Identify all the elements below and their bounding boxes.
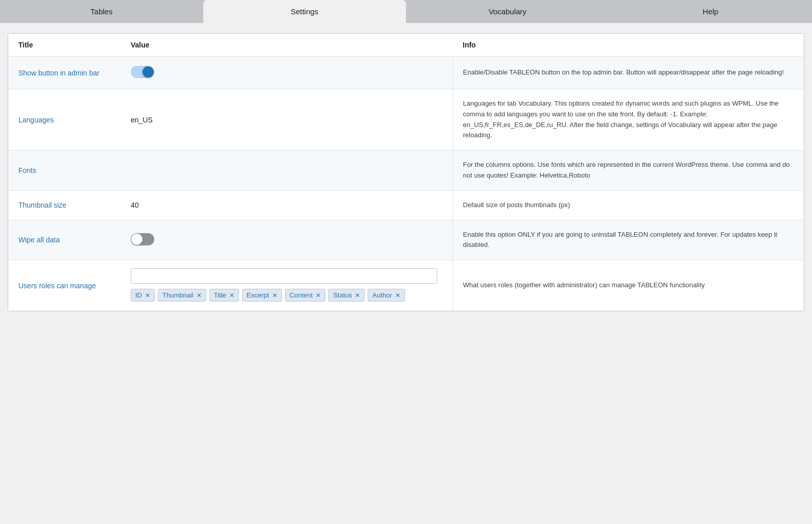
row-wipe-all-data: Wipe all data Enable this option ONLY if…: [8, 220, 804, 260]
col-header-value: Value: [121, 34, 452, 57]
row-info-languages: Languages for tab Vocabulary. This optio…: [463, 99, 779, 139]
tab-settings[interactable]: Settings: [203, 0, 407, 23]
tag-close-content[interactable]: ✕: [316, 292, 321, 298]
tag-label-title: Title: [214, 291, 226, 299]
row-title-fonts: Fonts: [18, 166, 36, 174]
tag-content: Content✕: [285, 289, 326, 302]
row-show-button: Show button in admin bar Enable/Disable …: [8, 57, 804, 89]
row-languages: Languages en_US Languages for tab Vocabu…: [8, 89, 804, 151]
thumbnail-size-value: 40: [131, 201, 139, 209]
row-info-fonts: For the columns options. Use fonts which…: [463, 161, 790, 179]
tag-label-id: ID: [135, 291, 142, 299]
tag-title: Title✕: [209, 289, 239, 302]
toggle-thumb-show-button: [142, 66, 154, 78]
tag-label-excerpt: Excerpt: [247, 291, 269, 299]
row-info-wipe-all-data: Enable this option ONLY if you are going…: [463, 231, 777, 249]
users-roles-input[interactable]: [131, 268, 437, 284]
col-header-info: Info: [452, 34, 804, 57]
tag-label-author: Author: [372, 291, 392, 299]
tag-excerpt: Excerpt✕: [242, 289, 282, 302]
toggle-show-button[interactable]: [131, 66, 154, 78]
row-title-languages: Languages: [18, 116, 54, 124]
tags-container: ID✕Thumbnail✕Title✕Excerpt✕Content✕Statu…: [131, 289, 442, 302]
tag-status: Status✕: [328, 289, 365, 302]
tag-close-title[interactable]: ✕: [229, 292, 234, 298]
tag-author: Author✕: [368, 289, 404, 302]
row-title-wipe-all-data: Wipe all data: [18, 236, 60, 244]
tag-close-status[interactable]: ✕: [355, 292, 360, 298]
row-title-users-roles: Users roles can manage: [18, 282, 96, 290]
row-fonts: Fonts For the columns options. Use fonts…: [8, 151, 804, 191]
row-users-roles: Users roles can manage ID✕Thumbnail✕Titl…: [8, 260, 804, 311]
col-header-title: Title: [8, 34, 121, 57]
tag-close-author[interactable]: ✕: [395, 292, 400, 298]
tag-close-excerpt[interactable]: ✕: [272, 292, 277, 298]
tabs-bar: Tables Settings Vocabulary Help: [0, 0, 812, 23]
tab-tables[interactable]: Tables: [0, 0, 203, 23]
page-container: Tables Settings Vocabulary Help Title Va…: [0, 0, 812, 524]
toggle-thumb-wipe-all-data: [131, 234, 142, 245]
tag-label-status: Status: [333, 291, 352, 299]
tag-label-thumbnail: Thumbnail: [162, 291, 194, 299]
tab-vocabulary[interactable]: Vocabulary: [406, 0, 609, 23]
tab-help[interactable]: Help: [609, 0, 813, 23]
toggle-track-show-button[interactable]: [131, 66, 154, 78]
settings-table: Title Value Info Show button in admin ba…: [8, 34, 804, 311]
row-thumbnail-size: Thumbnail size 40 Default size of posts …: [8, 190, 804, 220]
tag-id: ID✕: [131, 289, 155, 302]
row-title-show-button: Show button in admin bar: [18, 69, 100, 77]
toggle-track-wipe-all-data[interactable]: [131, 233, 154, 245]
tag-label-content: Content: [290, 291, 313, 299]
row-title-thumbnail-size: Thumbnail size: [18, 201, 66, 209]
row-info-thumbnail-size: Default size of posts thumbnails (px): [463, 201, 570, 209]
row-info-show-button: Enable/Disable TABLEON button on the top…: [463, 68, 784, 76]
tag-close-id[interactable]: ✕: [145, 292, 150, 298]
main-content: Title Value Info Show button in admin ba…: [8, 33, 804, 311]
tag-close-thumbnail[interactable]: ✕: [197, 292, 202, 298]
languages-value: en_US: [131, 116, 153, 124]
toggle-wipe-all-data[interactable]: [131, 233, 154, 245]
tag-thumbnail: Thumbnail✕: [158, 289, 206, 302]
row-info-users-roles: What users roles (together with administ…: [463, 281, 705, 289]
